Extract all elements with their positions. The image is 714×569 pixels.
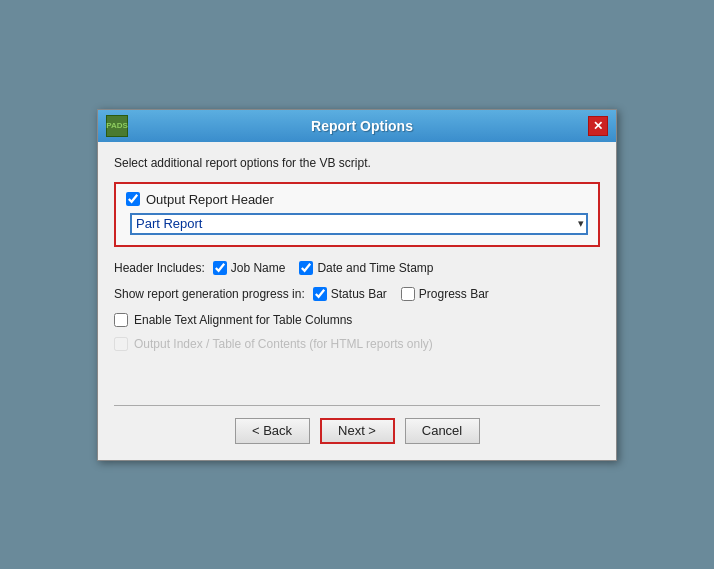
text-alignment-checkbox[interactable]: [114, 313, 128, 327]
output-index-label: Output Index / Table of Contents (for HT…: [134, 337, 433, 351]
button-row: < Back Next > Cancel: [114, 418, 600, 448]
output-index-checkbox: [114, 337, 128, 351]
progress-bar-label: Progress Bar: [419, 287, 489, 301]
app-icon: PADS: [106, 115, 128, 137]
close-button[interactable]: ✕: [588, 116, 608, 136]
output-header-section: Output Report Header Part Report Assembl…: [114, 182, 600, 247]
output-header-checkbox[interactable]: [126, 192, 140, 206]
date-stamp-option: Date and Time Stamp: [299, 261, 433, 275]
progress-options: Status Bar Progress Bar: [313, 287, 489, 301]
status-bar-label: Status Bar: [331, 287, 387, 301]
titlebar: PADS Report Options ✕: [98, 110, 616, 142]
dropdown-row: Part Report Assembly Report BOM Report ▾: [130, 213, 588, 235]
date-stamp-checkbox[interactable]: [299, 261, 313, 275]
dialog-content: Select additional report options for the…: [98, 142, 616, 460]
spacer: [114, 361, 600, 391]
back-button[interactable]: < Back: [235, 418, 310, 444]
text-alignment-label: Enable Text Alignment for Table Columns: [134, 313, 352, 327]
status-bar-checkbox[interactable]: [313, 287, 327, 301]
date-stamp-label: Date and Time Stamp: [317, 261, 433, 275]
header-includes-row: Header Includes: Job Name Date and Time …: [114, 261, 600, 275]
report-options-dialog: PADS Report Options ✕ Select additional …: [97, 109, 617, 461]
report-type-dropdown-wrapper: Part Report Assembly Report BOM Report ▾: [130, 213, 588, 235]
progress-bar-option: Progress Bar: [401, 287, 489, 301]
description-text: Select additional report options for the…: [114, 156, 600, 170]
progress-row: Show report generation progress in: Stat…: [114, 287, 600, 301]
header-includes-label: Header Includes:: [114, 261, 205, 275]
job-name-checkbox[interactable]: [213, 261, 227, 275]
separator: [114, 405, 600, 406]
cancel-button[interactable]: Cancel: [405, 418, 480, 444]
job-name-label: Job Name: [231, 261, 286, 275]
progress-bar-checkbox[interactable]: [401, 287, 415, 301]
output-header-label: Output Report Header: [146, 192, 274, 207]
next-button[interactable]: Next >: [320, 418, 395, 444]
output-header-row: Output Report Header: [126, 192, 588, 207]
text-alignment-row: Enable Text Alignment for Table Columns: [114, 313, 600, 327]
progress-label: Show report generation progress in:: [114, 287, 305, 301]
job-name-option: Job Name: [213, 261, 286, 275]
header-includes-options: Job Name Date and Time Stamp: [213, 261, 434, 275]
dialog-title: Report Options: [136, 118, 588, 134]
status-bar-option: Status Bar: [313, 287, 387, 301]
report-type-dropdown[interactable]: Part Report Assembly Report BOM Report: [130, 213, 588, 235]
output-index-row: Output Index / Table of Contents (for HT…: [114, 337, 600, 351]
